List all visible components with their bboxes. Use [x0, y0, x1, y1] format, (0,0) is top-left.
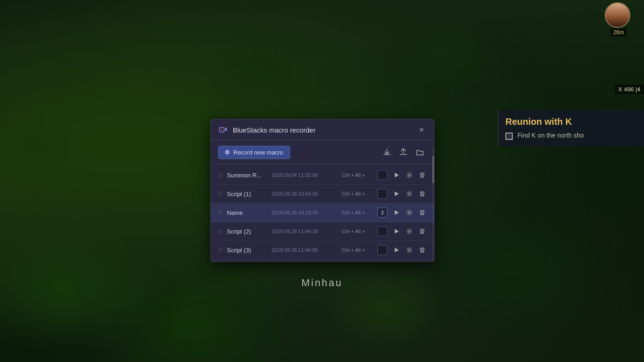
delete-button[interactable]	[417, 207, 428, 218]
svg-point-1	[221, 129, 223, 131]
macro-key-box[interactable]	[377, 226, 387, 236]
minimap-area: 26m	[553, 0, 644, 55]
delete-button[interactable]	[417, 245, 428, 256]
macro-key-box[interactable]	[377, 245, 387, 255]
svg-point-6	[408, 249, 410, 251]
macro-date: 2019.09.04 11:22:09	[272, 172, 338, 178]
settings-button[interactable]	[404, 188, 415, 199]
star-icon[interactable]: ☆	[217, 208, 223, 217]
settings-button[interactable]	[404, 226, 415, 237]
macro-shortcut: Ctrl + Alt +	[342, 191, 374, 197]
macro-key-box[interactable]: 2	[377, 208, 387, 218]
quest-item: Find K on the north sho	[505, 132, 637, 140]
scrollbar-thumb	[432, 156, 434, 183]
macro-key-box[interactable]	[377, 170, 387, 180]
svg-point-3	[408, 193, 410, 195]
macro-recorder-icon	[218, 125, 228, 135]
macro-shortcut: Ctrl + Alt +	[342, 247, 374, 253]
dialog-title: BlueStacks macro recorder	[233, 126, 316, 134]
macro-key-box[interactable]	[377, 189, 387, 199]
settings-button[interactable]	[404, 170, 415, 181]
macro-row: ☆ Summon R... 2019.09.04 11:22:09 Ctrl +…	[211, 166, 434, 185]
dialog-toolbar: Record new macro	[211, 141, 434, 164]
settings-button[interactable]	[404, 245, 415, 256]
macro-list: ☆ Summon R... 2019.09.04 11:22:09 Ctrl +…	[211, 164, 434, 261]
distance-badge: 26m	[611, 28, 627, 37]
record-dot-icon	[225, 150, 230, 154]
macro-actions	[391, 207, 428, 218]
dialog-header-left: BlueStacks macro recorder	[218, 125, 316, 135]
svg-point-2	[408, 174, 410, 176]
macro-shortcut: Ctrl + Alt +	[342, 210, 374, 215]
macro-date: 2019.09.26 11:44:18	[272, 229, 338, 234]
macro-row: ☆ Script (2) 2019.09.26 11:44:18 Ctrl + …	[211, 222, 434, 241]
import-button[interactable]	[380, 145, 394, 159]
quest-text: Find K on the north sho	[517, 132, 584, 139]
avatar-face	[606, 3, 629, 27]
delete-button[interactable]	[417, 170, 428, 181]
macro-name: Name	[227, 209, 268, 216]
macro-actions	[391, 245, 428, 256]
star-icon[interactable]: ☆	[217, 227, 223, 235]
coordinates: X 496 |4	[615, 85, 644, 94]
macro-row: ☆ Script (3) 2019.09.26 11:44:50 Ctrl + …	[211, 241, 434, 260]
right-panel: Reunion with K Find K on the north sho	[498, 110, 644, 147]
delete-button[interactable]	[417, 188, 428, 199]
macro-date: 2019.09.26 10:19:33	[272, 210, 338, 215]
macro-date: 2019.09.26 11:44:50	[272, 247, 338, 253]
macro-actions	[391, 226, 428, 237]
macro-shortcut: Ctrl + Alt +	[342, 229, 374, 234]
svg-point-4	[408, 212, 410, 213]
star-icon[interactable]: ☆	[217, 246, 223, 254]
record-new-macro-button[interactable]: Record new macro	[218, 146, 290, 159]
macro-row: ☆ Name 2019.09.26 10:19:33 Ctrl + Alt + …	[211, 203, 434, 222]
toolbar-icons	[380, 145, 427, 159]
quest-title: Reunion with K	[505, 117, 637, 127]
play-button[interactable]	[391, 170, 402, 181]
star-icon[interactable]: ☆	[217, 171, 223, 179]
settings-button[interactable]	[404, 207, 415, 218]
close-button[interactable]: ×	[416, 125, 427, 135]
record-button-label: Record new macro	[233, 149, 283, 156]
macro-name: Script (3)	[227, 247, 268, 254]
delete-button[interactable]	[417, 226, 428, 237]
macro-date: 2019.09.28 10:04:59	[272, 191, 338, 197]
dialog-scrollbar[interactable]	[432, 147, 434, 261]
play-button[interactable]	[391, 226, 402, 237]
svg-point-5	[408, 230, 410, 232]
macro-name: Summon R...	[227, 172, 268, 179]
quest-checkbox[interactable]	[505, 133, 513, 140]
play-button[interactable]	[391, 245, 402, 256]
macro-actions	[391, 170, 428, 181]
macro-actions	[391, 188, 428, 199]
macro-row: ☆ Script (1) 2019.09.28 10:04:59 Ctrl + …	[211, 185, 434, 203]
location-name: Minhau	[301, 277, 343, 289]
hud-top: 26m	[0, 0, 644, 37]
macro-name: Script (2)	[227, 228, 268, 235]
macro-shortcut: Ctrl + Alt +	[342, 172, 374, 178]
play-button[interactable]	[391, 188, 402, 199]
dialog-header: BlueStacks macro recorder ×	[211, 119, 434, 141]
star-icon[interactable]: ☆	[217, 190, 223, 198]
macro-recorder-dialog: BlueStacks macro recorder × Record new m…	[210, 119, 435, 262]
play-button[interactable]	[391, 207, 402, 218]
macro-name: Script (1)	[227, 191, 268, 197]
export-button[interactable]	[397, 145, 410, 159]
folder-button[interactable]	[413, 145, 427, 159]
avatar	[605, 2, 630, 28]
